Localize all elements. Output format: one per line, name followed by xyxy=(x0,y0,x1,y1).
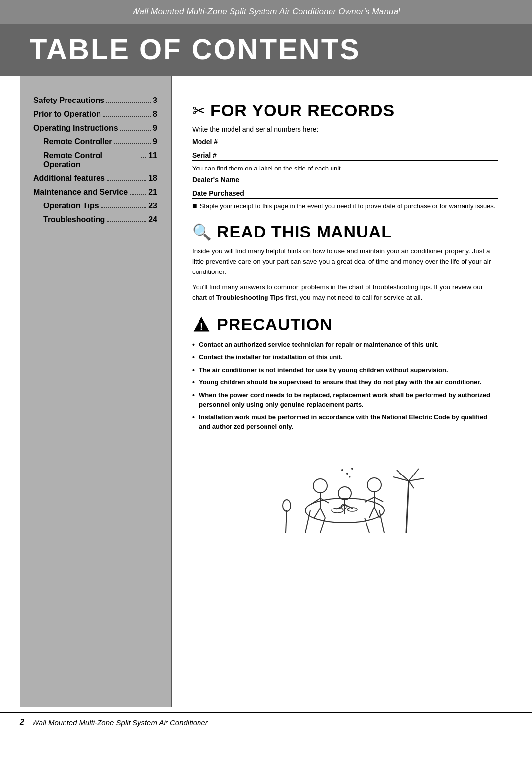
page-title-bar: TABLE OF CONTENTS xyxy=(0,24,532,76)
toc-dots xyxy=(107,221,146,222)
header-subtitle: Wall Mounted Multi-Zone Split System Air… xyxy=(132,7,400,16)
dealer-line xyxy=(192,185,498,185)
precaution-item: Installation work must be performed in a… xyxy=(192,412,498,432)
read-para1: Inside you will find many helpful hints … xyxy=(192,246,498,277)
toc-page: 9 xyxy=(153,124,157,133)
toc-page: 23 xyxy=(148,202,157,210)
precaution-item: Young children should be supervised to e… xyxy=(192,377,498,387)
precaution-item: When the power cord needs to be replaced… xyxy=(192,390,498,409)
precaution-icon: ! xyxy=(192,315,211,334)
toc-page: 18 xyxy=(148,174,157,183)
toc-label: Maintenance and Service xyxy=(33,188,128,197)
toc-dots xyxy=(130,194,146,195)
illustration-area xyxy=(192,441,498,540)
serial-field: Serial # xyxy=(192,151,498,161)
date-line xyxy=(192,198,498,199)
toc-page: 8 xyxy=(153,110,157,119)
toc-panel: Safety Precautions3Prior to Operation8Op… xyxy=(20,76,172,707)
toc-label: Additional features xyxy=(33,174,105,183)
toc-label: Safety Precautions xyxy=(33,96,104,105)
footer-page-number: 2 xyxy=(20,718,24,727)
footer-text: Wall Mounted Multi-Zone Split System Air… xyxy=(32,718,208,727)
svg-point-7 xyxy=(313,479,327,493)
model-line xyxy=(192,147,498,147)
records-heading: FOR YOUR RECORDS xyxy=(210,101,395,120)
toc-dots xyxy=(103,116,151,117)
toc-dots xyxy=(120,130,151,131)
serial-line xyxy=(192,160,498,161)
svg-line-16 xyxy=(374,497,383,502)
toc-label: Prior to Operation xyxy=(33,110,101,119)
precaution-heading-row: ! PRECAUTION xyxy=(192,315,498,334)
svg-line-18 xyxy=(374,507,379,518)
right-content: ✂ FOR YOUR RECORDS Write the model and s… xyxy=(172,76,512,707)
precaution-title: PRECAUTION xyxy=(217,315,332,334)
svg-point-13 xyxy=(367,478,381,492)
precaution-section: ! PRECAUTION Contact an authorized servi… xyxy=(192,315,498,432)
staple-text: Staple your receipt to this page in the … xyxy=(200,203,496,210)
toc-item: Operation Tips23 xyxy=(33,202,157,210)
toc-item: Troubleshooting24 xyxy=(33,215,157,224)
toc-item: Additional features18 xyxy=(33,174,157,183)
records-intro: Write the model and serial numbers here: xyxy=(192,125,498,133)
read-heading: READ THIS MANUAL xyxy=(217,222,392,241)
date-field: Date Purchased xyxy=(192,189,498,199)
toc-label: Remote Control Operation xyxy=(43,151,139,169)
precaution-item: Contact an authorized service technician… xyxy=(192,340,498,350)
read-para2-bold: Troubleshooting Tips xyxy=(216,294,284,301)
svg-point-33 xyxy=(283,500,291,511)
toc-item: Operating Instructions9 xyxy=(33,124,157,133)
records-note: You can find them on a label on the side… xyxy=(192,165,498,172)
toc-item: Remote Controller9 xyxy=(33,137,157,146)
toc-item: Maintenance and Service21 xyxy=(33,188,157,197)
page-header: Wall Mounted Multi-Zone Split System Air… xyxy=(0,0,532,24)
toc-dots xyxy=(141,157,146,158)
dealer-field: Dealer's Name xyxy=(192,176,498,185)
toc-label: Troubleshooting xyxy=(43,215,105,224)
toc-page: 11 xyxy=(148,151,157,160)
svg-point-35 xyxy=(351,468,353,470)
toc-dots xyxy=(101,207,147,208)
read-para2-end: first, you may not need to call for serv… xyxy=(286,294,423,301)
svg-line-31 xyxy=(409,481,414,488)
svg-line-17 xyxy=(369,507,374,518)
toc-label: Remote Controller xyxy=(43,137,112,146)
records-staple: ■ Staple your receipt to this page in th… xyxy=(192,203,498,210)
main-content: Safety Precautions3Prior to Operation8Op… xyxy=(0,76,532,707)
toc-page: 24 xyxy=(148,215,157,224)
precaution-item: Contact the installer for installation o… xyxy=(192,352,498,362)
records-section: ✂ FOR YOUR RECORDS Write the model and s… xyxy=(192,101,498,210)
dealer-label: Dealer's Name xyxy=(192,176,498,184)
read-icon: 🔍 xyxy=(192,224,212,240)
toc-item: Remote Control Operation11 xyxy=(33,151,157,169)
svg-line-32 xyxy=(286,510,287,533)
svg-text:!: ! xyxy=(200,322,203,332)
toc-dots xyxy=(107,180,146,181)
toc-item: Safety Precautions3 xyxy=(33,96,157,105)
date-label: Date Purchased xyxy=(192,189,498,197)
toc-label: Operating Instructions xyxy=(33,124,118,133)
serial-label: Serial # xyxy=(192,151,498,159)
model-label: Model # xyxy=(192,138,498,146)
svg-point-34 xyxy=(346,473,348,475)
toc-page: 21 xyxy=(148,188,157,197)
svg-point-37 xyxy=(349,476,351,477)
toc-dots xyxy=(114,143,151,144)
precaution-item: The air conditioner is not intended for … xyxy=(192,365,498,375)
records-icon: ✂ xyxy=(192,103,205,119)
illustration xyxy=(261,441,429,540)
read-heading-row: 🔍 READ THIS MANUAL xyxy=(192,222,498,241)
toc-label: Operation Tips xyxy=(43,202,99,210)
model-field: Model # xyxy=(192,138,498,147)
page-footer: 2 Wall Mounted Multi-Zone Split System A… xyxy=(0,712,532,732)
read-section: 🔍 READ THIS MANUAL Inside you will find … xyxy=(192,222,498,303)
svg-line-26 xyxy=(406,481,409,533)
page-title: TABLE OF CONTENTS xyxy=(30,33,361,65)
toc-page: 9 xyxy=(153,137,157,146)
precaution-list: Contact an authorized service technician… xyxy=(192,340,498,432)
toc-page: 3 xyxy=(153,96,157,105)
toc-item: Prior to Operation8 xyxy=(33,110,157,119)
svg-point-36 xyxy=(341,469,343,471)
svg-line-12 xyxy=(320,508,325,518)
staple-bullet: ■ xyxy=(192,202,197,210)
